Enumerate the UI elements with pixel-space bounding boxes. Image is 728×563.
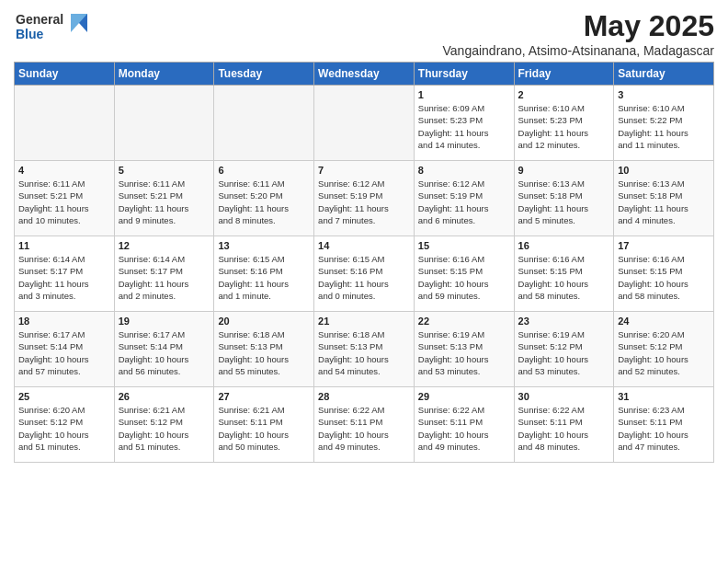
day-number: 22 [418,316,510,327]
logo-svg: General Blue [14,9,97,46]
header-saturday: Saturday [614,63,714,86]
day-number: 16 [518,240,610,251]
header-wednesday: Wednesday [314,63,415,86]
day-info: Sunrise: 6:11 AMSunset: 5:20 PMDaylight:… [218,178,310,226]
day-info: Sunrise: 6:23 AMSunset: 5:11 PMDaylight:… [618,404,710,453]
day-info: Sunrise: 6:16 AMSunset: 5:15 PMDaylight:… [618,253,710,302]
table-row: 14Sunrise: 6:15 AMSunset: 5:16 PMDayligh… [314,236,415,312]
day-info: Sunrise: 6:20 AMSunset: 5:12 PMDaylight:… [618,328,710,377]
table-row: 9Sunrise: 6:13 AMSunset: 5:18 PMDaylight… [514,161,614,236]
table-row [15,86,115,161]
day-info: Sunrise: 6:18 AMSunset: 5:13 PMDaylight:… [218,328,310,377]
table-row: 2Sunrise: 6:10 AMSunset: 5:23 PMDaylight… [514,86,614,161]
day-info: Sunrise: 6:19 AMSunset: 5:13 PMDaylight:… [418,328,510,377]
day-number: 14 [318,240,410,251]
day-number: 23 [518,316,610,327]
day-number: 2 [518,89,610,100]
day-info: Sunrise: 6:14 AMSunset: 5:17 PMDaylight:… [119,253,210,302]
day-info: Sunrise: 6:22 AMSunset: 5:11 PMDaylight:… [318,404,410,453]
week-row-2: 11Sunrise: 6:14 AMSunset: 5:17 PMDayligh… [15,236,714,312]
day-info: Sunrise: 6:09 AMSunset: 5:23 PMDaylight:… [418,102,510,151]
title-section: May 2025 Vangaindrano, Atsimo-Atsinanana… [443,9,714,58]
day-number: 4 [18,165,110,176]
subtitle: Vangaindrano, Atsimo-Atsinanana, Madagas… [443,43,714,58]
day-info: Sunrise: 6:22 AMSunset: 5:11 PMDaylight:… [418,404,510,453]
table-row: 19Sunrise: 6:17 AMSunset: 5:14 PMDayligh… [114,312,214,387]
day-info: Sunrise: 6:20 AMSunset: 5:12 PMDaylight:… [18,404,110,453]
day-info: Sunrise: 6:22 AMSunset: 5:11 PMDaylight:… [518,404,610,453]
day-number: 27 [218,391,310,402]
day-info: Sunrise: 6:14 AMSunset: 5:17 PMDaylight:… [18,253,110,302]
header-friday: Friday [514,63,614,86]
day-info: Sunrise: 6:16 AMSunset: 5:15 PMDaylight:… [418,253,510,302]
table-row: 11Sunrise: 6:14 AMSunset: 5:17 PMDayligh… [15,236,115,312]
page: General Blue May 2025 Vangaindrano, Atsi… [0,0,728,563]
table-row: 26Sunrise: 6:21 AMSunset: 5:12 PMDayligh… [114,387,214,463]
table-row [114,86,214,161]
day-number: 8 [418,165,510,176]
day-info: Sunrise: 6:13 AMSunset: 5:18 PMDaylight:… [618,178,710,226]
day-info: Sunrise: 6:15 AMSunset: 5:16 PMDaylight:… [218,253,310,302]
table-row: 29Sunrise: 6:22 AMSunset: 5:11 PMDayligh… [414,387,514,463]
table-row: 15Sunrise: 6:16 AMSunset: 5:15 PMDayligh… [414,236,514,312]
table-row: 22Sunrise: 6:19 AMSunset: 5:13 PMDayligh… [414,312,514,387]
week-row-1: 4Sunrise: 6:11 AMSunset: 5:21 PMDaylight… [15,161,714,236]
table-row: 30Sunrise: 6:22 AMSunset: 5:11 PMDayligh… [514,387,614,463]
day-info: Sunrise: 6:11 AMSunset: 5:21 PMDaylight:… [18,178,110,226]
day-info: Sunrise: 6:12 AMSunset: 5:19 PMDaylight:… [318,178,410,226]
calendar-header-row: Sunday Monday Tuesday Wednesday Thursday… [15,63,714,86]
day-number: 18 [18,316,110,327]
table-row: 21Sunrise: 6:18 AMSunset: 5:13 PMDayligh… [314,312,415,387]
day-number: 7 [318,165,410,176]
day-info: Sunrise: 6:15 AMSunset: 5:16 PMDaylight:… [318,253,410,302]
table-row: 5Sunrise: 6:11 AMSunset: 5:21 PMDaylight… [114,161,214,236]
table-row [314,86,415,161]
svg-text:General: General [16,12,63,27]
day-number: 13 [218,240,310,251]
day-info: Sunrise: 6:21 AMSunset: 5:12 PMDaylight:… [119,404,210,453]
table-row: 16Sunrise: 6:16 AMSunset: 5:15 PMDayligh… [514,236,614,312]
week-row-0: 1Sunrise: 6:09 AMSunset: 5:23 PMDaylight… [15,86,714,161]
day-number: 12 [119,240,210,251]
day-info: Sunrise: 6:13 AMSunset: 5:18 PMDaylight:… [518,178,610,226]
header-sunday: Sunday [15,63,115,86]
day-number: 15 [418,240,510,251]
day-info: Sunrise: 6:10 AMSunset: 5:22 PMDaylight:… [618,102,710,151]
day-number: 31 [618,391,710,402]
logo: General Blue [14,9,97,46]
week-row-4: 25Sunrise: 6:20 AMSunset: 5:12 PMDayligh… [15,387,714,463]
day-info: Sunrise: 6:18 AMSunset: 5:13 PMDaylight:… [318,328,410,377]
day-number: 17 [618,240,710,251]
table-row: 18Sunrise: 6:17 AMSunset: 5:14 PMDayligh… [15,312,115,387]
day-number: 21 [318,316,410,327]
day-number: 25 [18,391,110,402]
day-info: Sunrise: 6:17 AMSunset: 5:14 PMDaylight:… [18,328,110,377]
table-row: 10Sunrise: 6:13 AMSunset: 5:18 PMDayligh… [614,161,714,236]
header-thursday: Thursday [414,63,514,86]
day-info: Sunrise: 6:21 AMSunset: 5:11 PMDaylight:… [218,404,310,453]
day-number: 30 [518,391,610,402]
day-info: Sunrise: 6:11 AMSunset: 5:21 PMDaylight:… [119,178,210,226]
day-number: 28 [318,391,410,402]
day-info: Sunrise: 6:12 AMSunset: 5:19 PMDaylight:… [418,178,510,226]
table-row: 28Sunrise: 6:22 AMSunset: 5:11 PMDayligh… [314,387,415,463]
main-title: May 2025 [443,9,714,43]
day-info: Sunrise: 6:19 AMSunset: 5:12 PMDaylight:… [518,328,610,377]
table-row: 31Sunrise: 6:23 AMSunset: 5:11 PMDayligh… [614,387,714,463]
header-monday: Monday [114,63,214,86]
table-row: 17Sunrise: 6:16 AMSunset: 5:15 PMDayligh… [614,236,714,312]
day-number: 20 [218,316,310,327]
header: General Blue May 2025 Vangaindrano, Atsi… [14,9,714,58]
day-number: 11 [18,240,110,251]
day-number: 29 [418,391,510,402]
svg-text:Blue: Blue [16,27,44,41]
day-number: 9 [518,165,610,176]
table-row: 8Sunrise: 6:12 AMSunset: 5:19 PMDaylight… [414,161,514,236]
day-number: 24 [618,316,710,327]
day-info: Sunrise: 6:16 AMSunset: 5:15 PMDaylight:… [518,253,610,302]
table-row: 12Sunrise: 6:14 AMSunset: 5:17 PMDayligh… [114,236,214,312]
table-row: 6Sunrise: 6:11 AMSunset: 5:20 PMDaylight… [214,161,314,236]
table-row: 4Sunrise: 6:11 AMSunset: 5:21 PMDaylight… [15,161,115,236]
calendar-table: Sunday Monday Tuesday Wednesday Thursday… [14,62,714,463]
table-row: 7Sunrise: 6:12 AMSunset: 5:19 PMDaylight… [314,161,415,236]
